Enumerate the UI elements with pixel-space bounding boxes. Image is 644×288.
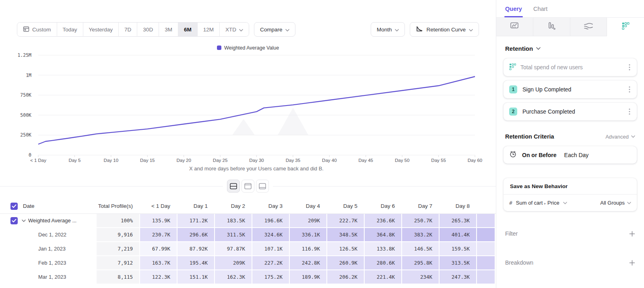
behavior-card[interactable]: Total spend of new users [504,58,637,76]
x-axis-tick-label: Day 35 [286,158,300,163]
analysis-tab-retention-grid[interactable] [607,18,644,36]
chevron-down-icon [631,135,635,138]
table-row: Dec 1, 20229,916230.7K296.6K311.5K324.6K… [0,228,496,241]
column-header: < 1 Day [140,199,177,214]
retention-value-cell: 227.2K [252,256,289,269]
retention-value-cell: 348.5K [327,228,364,241]
retention-section-label: Retention [505,45,533,52]
retention-value-cell-partial [477,214,495,227]
tab-label: Chart [533,6,547,12]
sidebar-tab-query[interactable]: Query [505,0,522,17]
split-view-button[interactable] [227,180,240,193]
retention-value-cell: 324.6K [252,228,289,241]
retention-value-cell: 236.6K [365,214,401,227]
retention-value-cell: 97.87K [215,242,252,255]
x-axis-tick-label: Day 55 [431,158,446,163]
y-axis-tick-label: 500K [20,112,31,118]
filter-row[interactable]: Filter [505,230,635,237]
retention-value-cell: 67.99K [140,242,177,255]
retention-value-cell: 230.7K [140,228,177,241]
y-axis-tick-label: 750K [20,92,31,98]
column-header: Day 8 [440,199,476,214]
table-view-button[interactable] [256,180,269,193]
date-range-yesterday[interactable]: Yesterday [83,23,119,36]
retention-section-dropdown[interactable]: Retention [505,45,635,52]
criteria-mode-label: Advanced [605,134,629,140]
retention-value-cell: 313.5K [440,256,476,269]
date-range-custom[interactable]: Custom [17,23,57,36]
retention-value-cell: 171.2K [178,214,214,227]
retention-value-cell: 401.4K [440,228,476,241]
date-range-today[interactable]: Today [57,23,83,36]
calendar-icon [23,26,29,33]
kebab-menu-icon[interactable] [628,85,631,93]
chart-type-label: Retention Curve [426,27,466,33]
save-as-new-behavior-button[interactable]: Save as New Behavior [504,178,637,195]
alarm-clock-icon [509,150,517,160]
breakdown-label: Breakdown [505,259,533,266]
plus-icon[interactable] [629,231,635,237]
x-axis-tick-label: Day 15 [140,158,155,163]
chart-view-button[interactable] [242,180,254,193]
chevron-down-icon [239,27,243,33]
date-range-label: Yesterday [89,27,113,33]
retention-value-cell: 295.8K [402,256,439,269]
retention-criteria-title: Retention Criteria [505,133,554,140]
row-expand-chevron-icon[interactable] [22,220,26,222]
date-range-12m[interactable]: 12M [198,23,220,36]
step-number-badge: 2 [509,108,517,116]
sidebar-tab-chart[interactable]: Chart [533,0,547,17]
row-label: Feb 1, 2023 [38,260,66,266]
date-range-6m[interactable]: 6M [178,23,198,36]
criteria-mode-dropdown[interactable]: Advanced [605,134,635,140]
x-axis-tick-label: < 1 Day [30,158,46,163]
measure-dropdown[interactable]: # Sum of cart ▸ Price All Groups [504,195,637,211]
step-card-1[interactable]: 1 Sign Up Completed [504,81,637,98]
select-all-checkbox[interactable] [10,203,18,210]
total-profiles-cell: 100% [97,214,139,227]
retention-value-cell: 209K [215,256,252,269]
row-label: Dec 1, 2022 [38,232,66,238]
retention-timing-card[interactable]: On or Before Each Day [504,146,637,164]
retention-table: DateTotal Profile(s)< 1 DayDay 1Day 2Day… [0,199,496,284]
retention-value-cell: 122.3K [140,270,177,284]
kebab-menu-icon[interactable] [628,108,631,116]
retention-value-cell: 265.3K [440,214,476,227]
plus-icon[interactable] [629,260,635,266]
chart-legend: Weighted Average Value [0,45,496,51]
date-range-30d[interactable]: 30D [137,23,159,36]
retention-value-cell: 206.2K [327,270,364,284]
analysis-tab-bar-chart[interactable] [533,18,570,36]
date-range-label: 3M [165,27,172,33]
compare-button[interactable]: Compare [254,22,296,37]
retention-value-cell: 195.4K [178,256,214,269]
retention-value-cell: 133.8K [365,242,401,255]
number-property-icon: # [509,200,512,206]
bar-chart-icon [547,22,555,32]
analysis-type-tabs [496,18,644,36]
step-card-2[interactable]: 2 Purchase Completed [504,103,637,120]
x-axis-tick-label: Day 40 [322,158,336,163]
kebab-menu-icon[interactable] [628,63,631,71]
chart-type-button[interactable]: Retention Curve [410,22,479,37]
all-groups-dropdown[interactable]: All Groups [600,200,631,206]
y-axis-tick-label: 1M [26,73,31,78]
retention-value-cell-partial [477,242,495,255]
chevron-down-icon [627,202,631,204]
toolbar: CustomTodayYesterday7D30D3M6M12MXTD Comp… [17,22,479,37]
date-range-label: Today [63,27,77,33]
legend-swatch [217,46,221,50]
step-number-badge: 1 [509,85,517,93]
row-checkbox[interactable] [10,217,18,224]
date-range-7d[interactable]: 7D [119,23,137,36]
breakdown-row[interactable]: Breakdown [505,259,635,266]
date-range-3m[interactable]: 3M [159,23,178,36]
granularity-button[interactable]: Month [371,22,405,37]
retention-value-cell-partial [477,228,495,241]
behavior-actions-card: Save as New Behavior # Sum of cart ▸ Pri… [504,178,637,211]
date-range-xtd[interactable]: XTD [220,23,249,36]
analysis-tab-flows[interactable] [570,18,607,36]
retention-value-cell: 311.5K [215,228,252,241]
column-header: Day 6 [365,199,401,214]
analysis-tab-insights-line-chart[interactable] [496,18,533,36]
